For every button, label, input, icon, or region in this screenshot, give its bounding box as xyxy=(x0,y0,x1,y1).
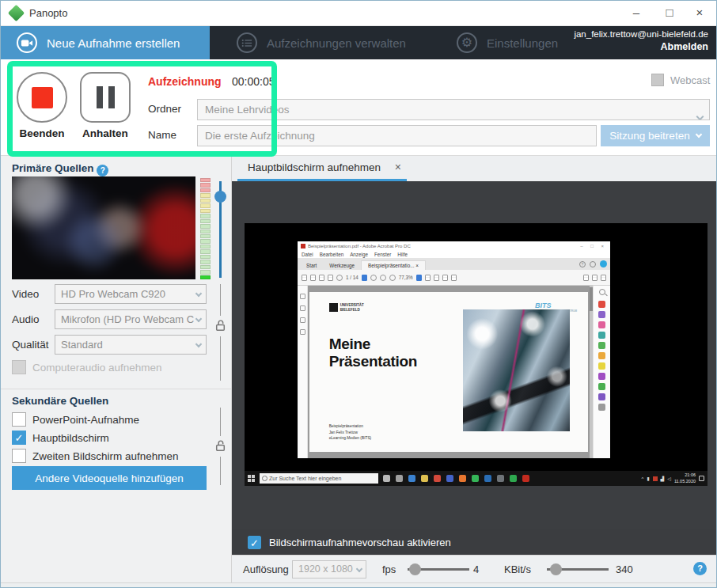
attachment-icon xyxy=(300,317,305,323)
print-icon xyxy=(328,275,333,281)
resolution-label: Auflösung xyxy=(243,563,289,575)
chevron-down-icon xyxy=(695,131,701,138)
tool-icon xyxy=(598,301,605,308)
help-icon[interactable]: ? xyxy=(97,165,108,176)
tab-label: Einstellungen xyxy=(487,36,558,50)
volume-slider-handle[interactable] xyxy=(214,191,226,203)
main-screen-option[interactable]: ✓ Hauptbildschirm xyxy=(12,431,109,445)
tool-icon xyxy=(598,332,605,339)
webcast-option[interactable]: Webcast xyxy=(651,74,710,86)
scrollbar[interactable] xyxy=(590,286,593,458)
add-video-source-button[interactable]: Andere Videoquelle hinzufügen xyxy=(12,466,207,490)
session-name-input[interactable]: Die erste Aufzeichnung xyxy=(197,125,597,146)
windows-taskbar: Zur Suche Text hier eingeben ^ ▮ ▟ ◁ 21:… xyxy=(245,471,708,486)
logout-link[interactable]: Abmelden xyxy=(574,41,708,52)
folder-label: Ordner xyxy=(148,103,181,115)
stop-recording-button[interactable] xyxy=(17,72,67,123)
bitrate-slider-handle[interactable] xyxy=(550,563,562,575)
quality-dropdown[interactable]: Standard xyxy=(55,335,207,355)
unlock-icon xyxy=(214,439,227,453)
bookmark-icon xyxy=(300,305,305,311)
fps-label: fps xyxy=(382,563,396,575)
taskbar-app-icon[interactable] xyxy=(396,475,403,482)
tab-label: Aufzeichnungen verwalten xyxy=(267,36,406,50)
minimize-button[interactable]: – xyxy=(623,1,650,26)
taskbar-app-icon[interactable] xyxy=(434,475,441,482)
taskbar-app-icon[interactable] xyxy=(421,475,428,482)
screen-preview-backdrop: Beispielpräsentation.pdf - Adobe Acrobat… xyxy=(232,181,717,529)
chevron-down-icon xyxy=(195,341,202,347)
join-session-button[interactable]: Sitzung beitreten xyxy=(601,125,710,146)
taskbar-app-icon[interactable] xyxy=(497,475,504,482)
stamp-icon xyxy=(451,275,457,281)
taskbar-app-icon[interactable] xyxy=(522,475,529,482)
fps-slider[interactable] xyxy=(408,568,469,571)
tab-manage-recordings[interactable]: Aufzeichnungen verwalten xyxy=(221,26,422,59)
notification-icon[interactable] xyxy=(699,476,704,481)
star-icon xyxy=(310,275,316,281)
recording-status-label: Aufzeichnung xyxy=(148,75,222,88)
tool-icon xyxy=(598,352,605,359)
computer-audio-option[interactable]: ✓ Computeraudio aufnehmen xyxy=(12,360,162,374)
powerpoint-option[interactable]: ✓ PowerPoint-Aufnahme xyxy=(12,412,139,427)
recording-tray-icon xyxy=(653,476,658,481)
panopto-logo-icon xyxy=(8,5,25,21)
acrobat-window: Beispielpräsentation.pdf - Adobe Acrobat… xyxy=(298,241,610,458)
second-screen-option[interactable]: ✓ Zweiten Bildschirm aufnehmen xyxy=(12,449,179,463)
taskbar-app-icon[interactable] xyxy=(446,475,453,482)
taskbar-app-icon[interactable] xyxy=(484,475,491,482)
fps-value: 4 xyxy=(473,563,479,575)
pause-recording-button[interactable] xyxy=(80,72,131,123)
taskbar-app-icon[interactable] xyxy=(408,475,415,482)
maximize-button[interactable]: □ xyxy=(656,1,683,26)
search-icon xyxy=(336,275,343,281)
tab-settings[interactable]: ⚙ Einstellungen xyxy=(441,26,574,59)
powerpoint-checkbox[interactable]: ✓ xyxy=(12,412,26,427)
user-email: jan_felix.trettow@uni-bielefeld.de xyxy=(574,29,708,39)
audio-source-dropdown[interactable]: Mikrofon (HD Pro Webcam C xyxy=(55,309,207,329)
network-icon: ▟ xyxy=(661,476,665,481)
close-button[interactable]: × xyxy=(686,1,713,26)
video-source-dropdown[interactable]: HD Pro Webcam C920 xyxy=(55,284,207,304)
acrobat-title: Beispielpräsentation.pdf - Adobe Acrobat… xyxy=(308,244,411,248)
webcast-checkbox[interactable] xyxy=(651,74,664,86)
chevron-down-icon xyxy=(195,316,202,322)
comment-icon xyxy=(434,275,439,281)
taskbar-app-icon[interactable] xyxy=(383,475,390,482)
acrobat-left-rail xyxy=(298,286,308,458)
user-area: jan_felix.trettow@uni-bielefeld.de Abmel… xyxy=(574,29,708,52)
slide-title: Meine Präsentation xyxy=(329,336,452,371)
tool-icon xyxy=(598,362,605,370)
account-icon xyxy=(600,260,607,267)
search-icon xyxy=(599,289,605,295)
computer-audio-checkbox[interactable]: ✓ xyxy=(12,360,26,374)
acrobat-window-buttons: – □ × xyxy=(580,244,607,248)
acrobat-tool-rail xyxy=(593,286,610,458)
tab-create-recording[interactable]: Neue Aufnahme erstellen xyxy=(1,26,210,59)
tray-caret-icon[interactable]: ^ xyxy=(641,476,643,481)
computer-audio-label: Computeraudio aufnehmen xyxy=(32,362,162,374)
preview-toggle-checkbox[interactable]: ✓ xyxy=(248,536,261,549)
resolution-dropdown[interactable]: 1920 x 1080 xyxy=(292,560,366,579)
bitrate-value: 340 xyxy=(616,563,633,575)
taskbar-app-icon[interactable] xyxy=(459,475,466,482)
presentation-slide: UNIVERSITÄTBIELEFELD BITS BIELEFELDER IT… xyxy=(309,292,588,452)
help-icon[interactable]: ? xyxy=(693,562,707,575)
main-screen-checkbox[interactable]: ✓ xyxy=(12,431,26,445)
taskbar-app-icon[interactable] xyxy=(510,475,517,482)
list-icon xyxy=(237,32,257,53)
share-icon xyxy=(319,275,324,281)
taskbar-app-icon[interactable] xyxy=(472,475,479,482)
clock: 21:06 11.05.2020 xyxy=(674,472,696,484)
fps-slider-handle[interactable] xyxy=(409,563,421,575)
preview-tab[interactable]: Hauptbildschirm aufnehmen × xyxy=(237,156,407,179)
taskbar-search-input[interactable]: Zur Suche Text hier eingeben xyxy=(260,473,378,484)
start-button-icon[interactable] xyxy=(248,475,255,482)
preview-toggle-bar: ✓ Bildschirmaufnahmevorschau aktivieren xyxy=(232,529,717,555)
second-screen-checkbox[interactable]: ✓ xyxy=(12,449,26,463)
tab-close-icon[interactable]: × xyxy=(395,161,401,173)
folder-dropdown[interactable]: Meine Lehrvideos xyxy=(197,99,710,120)
bitrate-slider[interactable] xyxy=(547,568,609,571)
tool-icon xyxy=(598,393,605,400)
speaker-icon: ◁ xyxy=(667,476,671,481)
